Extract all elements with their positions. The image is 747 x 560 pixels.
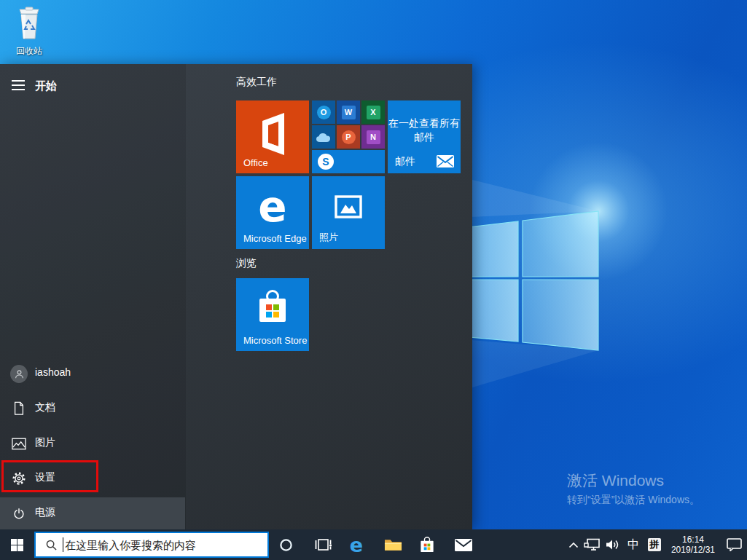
onenote-icon: N [367,130,380,144]
action-center-icon [727,538,742,551]
action-center-button[interactable] [721,529,747,560]
store-tile-label: Microsoft Store [243,335,307,346]
tile-group-office-apps: O W X P N S [312,100,385,173]
search-input[interactable] [65,539,267,551]
tile-section-productivity: 高效工作 [236,76,277,89]
taskbar-store-button[interactable] [417,529,437,560]
sidebar-item-user[interactable]: iashoah [0,358,185,390]
system-tray: 中 拼 16:14 2019/12/31 [565,529,747,560]
ime-language-indicator[interactable]: 中 [623,529,644,560]
tile-onenote[interactable]: N [361,125,385,149]
cortana-ring-icon [279,538,293,552]
picture-icon [10,435,28,452]
windows-logo-icon [11,539,23,551]
documents-label: 文档 [35,401,55,414]
tile-powerpoint[interactable]: P [337,125,360,149]
edge-e-icon: e [236,182,309,232]
avatar [10,365,28,383]
photos-icon [334,192,363,221]
skype-icon: S [318,154,334,170]
folder-icon [384,537,402,552]
mail-caption-line1: 在一处查看所有 [388,117,461,130]
desktop: 回收站 激活 Windows 转到“设置”以激活 Windows。 开始 ias… [0,0,747,560]
start-menu-rail [0,64,186,529]
task-view-icon [315,538,332,552]
mail-tile-label: 邮件 [395,155,415,168]
taskbar-search[interactable] [34,532,269,558]
tile-onedrive[interactable] [312,125,335,149]
volume-status[interactable] [603,529,623,560]
clock[interactable]: 16:14 2019/12/31 [665,529,721,560]
shopping-bag-icon [419,536,435,554]
taskbar: e [0,529,747,560]
envelope-icon [437,155,454,167]
envelope-icon [455,539,472,551]
taskbar-mail-button[interactable] [453,529,474,560]
taskbar-edge-button[interactable]: e [346,529,367,560]
tile-excel[interactable]: X [361,100,385,124]
power-label: 电源 [35,506,55,519]
ime-pinyin-icon: 拼 [648,538,661,551]
sidebar-item-settings[interactable]: 设置 [0,462,185,494]
tile-section-browse: 浏览 [236,257,257,270]
text-cursor [63,537,63,552]
hamburger-menu-icon[interactable] [12,80,25,90]
ethernet-icon [584,538,601,551]
document-icon [10,400,28,417]
tile-photos[interactable]: 照片 [312,176,385,249]
onedrive-cloud-icon [315,131,332,143]
recycle-bin-icon [14,6,44,41]
word-icon: W [342,106,356,119]
tile-outlook[interactable]: O [312,100,335,124]
start-menu: 开始 iashoah 文档 图片 [0,64,472,529]
outlook-icon: O [317,106,331,119]
ime-mode-button[interactable]: 拼 [644,529,665,560]
magnifier-icon [46,540,57,551]
tile-microsoft-store[interactable]: Microsoft Store [236,278,309,351]
office-logo-icon [259,111,287,157]
office-tile-label: Office [243,157,268,168]
speaker-icon [606,539,620,551]
recycle-bin-shortcut[interactable]: 回收站 [9,6,50,58]
sidebar-item-power[interactable]: 电源 [0,497,185,529]
excel-icon: X [367,106,380,119]
chevron-up-icon [568,542,579,548]
powerpoint-icon: P [342,130,356,144]
watermark-subtitle: 转到“设置”以激活 Windows。 [567,494,700,507]
recycle-bin-label: 回收站 [9,45,50,58]
user-name: iashoah [35,366,71,378]
activation-watermark: 激活 Windows 转到“设置”以激活 Windows。 [567,470,700,507]
tile-word[interactable]: W [337,100,360,124]
clock-time: 16:14 [671,535,715,545]
gear-icon [10,470,28,487]
power-icon [10,505,28,522]
watermark-title: 激活 Windows [567,470,700,491]
photos-tile-label: 照片 [319,231,338,244]
tile-skype[interactable]: S [312,150,385,173]
pictures-label: 图片 [35,436,55,449]
clock-date: 2019/12/31 [671,545,715,555]
tile-office[interactable]: Office [236,100,309,173]
tile-mail[interactable]: 在一处查看所有 邮件 邮件 [388,100,461,173]
mail-caption-line2: 邮件 [388,130,461,144]
store-bag-icon [257,288,289,326]
sidebar-item-documents[interactable]: 文档 [0,393,185,425]
tray-chevron-button[interactable] [565,529,582,560]
cortana-button[interactable] [275,529,296,560]
sidebar-item-pictures[interactable]: 图片 [0,427,185,460]
start-menu-header: 开始 [0,71,186,100]
tile-microsoft-edge[interactable]: e Microsoft Edge [236,176,309,249]
edge-tile-label: Microsoft Edge [243,233,307,244]
settings-label: 设置 [35,471,55,484]
network-status[interactable] [582,529,603,560]
start-button[interactable] [7,529,26,560]
mail-tile-caption: 在一处查看所有 邮件 [388,117,461,144]
start-menu-title: 开始 [35,79,57,93]
task-view-button[interactable] [313,529,333,560]
file-explorer-button[interactable] [383,529,403,560]
